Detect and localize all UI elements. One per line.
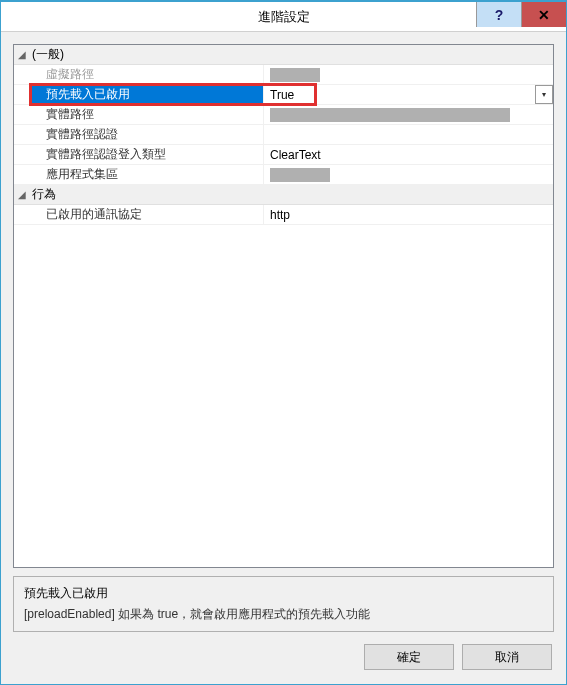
category-label: 行為 — [30, 186, 56, 203]
property-value[interactable] — [264, 125, 553, 144]
close-button[interactable]: ✕ — [521, 2, 566, 27]
property-value — [264, 65, 553, 84]
help-button[interactable]: ? — [476, 2, 521, 27]
chevron-down-icon: ▾ — [542, 90, 546, 99]
property-value[interactable]: ▾ — [264, 85, 553, 104]
description-title: 預先載入已啟用 — [24, 585, 543, 602]
dialog-buttons: 確定 取消 — [13, 640, 554, 672]
property-label: 虛擬路徑 — [32, 65, 264, 84]
property-physical-path-creds[interactable]: 實體路徑認證 — [14, 125, 553, 145]
property-preload-enabled[interactable]: 預先載入已啟用 ▾ — [14, 85, 553, 105]
advanced-settings-dialog: 進階設定 ? ✕ ◢ (一般) 虛擬路徑 預先載入已 — [0, 0, 567, 685]
preload-value-input[interactable] — [270, 88, 318, 102]
redacted-value — [270, 68, 320, 82]
property-virtual-path[interactable]: 虛擬路徑 — [14, 65, 553, 85]
property-label: 已啟用的通訊協定 — [32, 205, 264, 224]
category-general[interactable]: ◢ (一般) — [14, 45, 553, 65]
titlebar-buttons: ? ✕ — [476, 2, 566, 31]
description-text: [preloadEnabled] 如果為 true，就會啟用應用程式的預先載入功… — [24, 606, 543, 623]
category-label: (一般) — [30, 46, 64, 63]
property-value[interactable]: ClearText — [264, 145, 553, 164]
property-physical-path[interactable]: 實體路徑 — [14, 105, 553, 125]
category-behavior[interactable]: ◢ 行為 — [14, 185, 553, 205]
property-grid[interactable]: ◢ (一般) 虛擬路徑 預先載入已啟用 ▾ — [13, 44, 554, 568]
property-label: 實體路徑認證 — [32, 125, 264, 144]
collapse-icon[interactable]: ◢ — [14, 49, 30, 60]
dialog-content: ◢ (一般) 虛擬路徑 預先載入已啟用 ▾ — [1, 32, 566, 684]
redacted-value — [270, 168, 330, 182]
titlebar: 進階設定 ? ✕ — [1, 2, 566, 32]
cancel-button[interactable]: 取消 — [462, 644, 552, 670]
dropdown-button[interactable]: ▾ — [535, 85, 553, 104]
redacted-value — [270, 108, 510, 122]
property-value[interactable] — [264, 165, 553, 184]
property-label: 實體路徑認證登入類型 — [32, 145, 264, 164]
property-value[interactable]: http — [264, 205, 553, 224]
property-enabled-protocols[interactable]: 已啟用的通訊協定 http — [14, 205, 553, 225]
ok-button[interactable]: 確定 — [364, 644, 454, 670]
property-label: 應用程式集區 — [32, 165, 264, 184]
close-icon: ✕ — [538, 7, 550, 23]
property-label: 實體路徑 — [32, 105, 264, 124]
property-physical-path-creds-logon[interactable]: 實體路徑認證登入類型 ClearText — [14, 145, 553, 165]
property-app-pool[interactable]: 應用程式集區 — [14, 165, 553, 185]
property-label: 預先載入已啟用 — [32, 85, 264, 104]
description-panel: 預先載入已啟用 [preloadEnabled] 如果為 true，就會啟用應用… — [13, 576, 554, 632]
collapse-icon[interactable]: ◢ — [14, 189, 30, 200]
property-value[interactable] — [264, 105, 553, 124]
